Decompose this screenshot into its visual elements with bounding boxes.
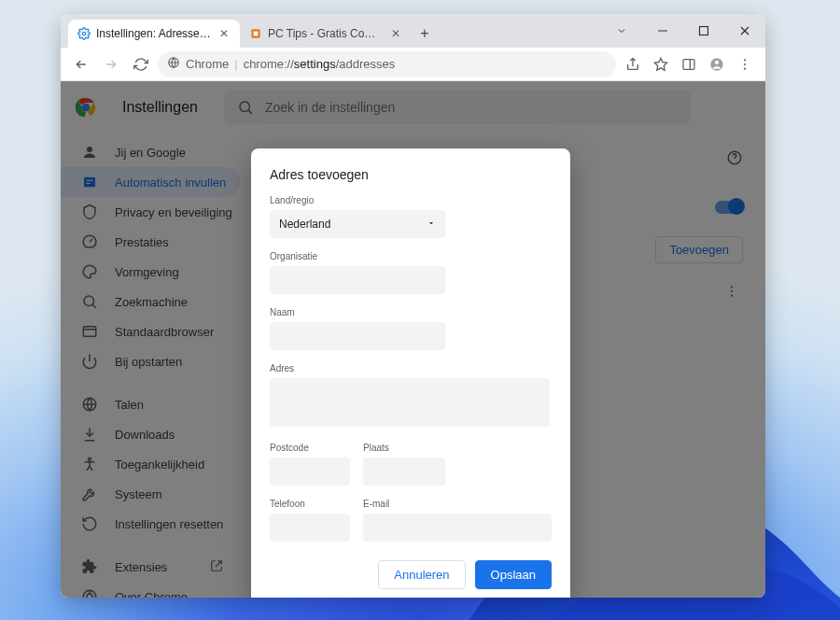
email-input[interactable] bbox=[363, 514, 552, 542]
city-input[interactable] bbox=[363, 458, 445, 486]
address-input[interactable] bbox=[270, 378, 550, 427]
dialog-title: Adres toevoegen bbox=[270, 167, 552, 182]
chrome-chip: Chrome bbox=[186, 57, 229, 71]
new-tab-button[interactable]: + bbox=[412, 20, 438, 48]
browser-window: Instellingen: Adressen en meer ✕ PC Tips… bbox=[61, 14, 765, 598]
tab-close-icon[interactable]: ✕ bbox=[389, 27, 402, 40]
tab-active[interactable]: Instellingen: Adressen en meer ✕ bbox=[68, 20, 240, 48]
svg-point-13 bbox=[744, 63, 746, 64]
nav-reload-icon[interactable] bbox=[128, 51, 154, 78]
chevron-down-icon bbox=[427, 218, 436, 231]
window-close-icon[interactable] bbox=[724, 14, 765, 48]
side-panel-icon[interactable] bbox=[676, 51, 702, 78]
label-country: Land/regio bbox=[270, 195, 552, 205]
label-city: Plaats bbox=[363, 443, 445, 453]
tab-title: PC Tips - Gratis Computer Tips, v bbox=[268, 27, 384, 40]
chrome-menu-icon[interactable] bbox=[732, 51, 758, 78]
svg-point-11 bbox=[715, 60, 719, 63]
label-address: Adres bbox=[270, 363, 552, 373]
country-value: Nederland bbox=[279, 218, 330, 231]
share-icon[interactable] bbox=[620, 51, 646, 78]
label-name: Naam bbox=[270, 307, 552, 317]
tab-close-icon[interactable]: ✕ bbox=[217, 27, 231, 40]
browser-toolbar: Chrome | chrome://settings/addresses bbox=[61, 48, 765, 81]
svg-point-0 bbox=[82, 32, 86, 35]
nav-back-icon[interactable] bbox=[68, 51, 94, 78]
label-email: E-mail bbox=[363, 499, 552, 509]
url-text: chrome://settings/addresses bbox=[244, 57, 396, 71]
site-info-icon[interactable] bbox=[167, 56, 180, 72]
save-button[interactable]: Opslaan bbox=[475, 560, 552, 589]
settings-favicon-icon bbox=[77, 27, 91, 40]
nav-forward-icon[interactable] bbox=[98, 51, 124, 78]
window-minimize-icon[interactable] bbox=[642, 14, 683, 48]
name-input[interactable] bbox=[270, 322, 445, 350]
svg-rect-8 bbox=[683, 59, 694, 69]
tab-inactive[interactable]: PC Tips - Gratis Computer Tips, v ✕ bbox=[240, 20, 412, 48]
label-organisation: Organisatie bbox=[270, 251, 552, 261]
omnibox[interactable]: Chrome | chrome://settings/addresses bbox=[158, 51, 616, 78]
window-maximize-icon[interactable] bbox=[683, 14, 724, 48]
svg-point-12 bbox=[744, 59, 746, 61]
svg-rect-2 bbox=[254, 32, 259, 36]
organisation-input[interactable] bbox=[270, 266, 445, 294]
label-phone: Telefoon bbox=[270, 499, 350, 509]
bookmark-icon[interactable] bbox=[648, 51, 674, 78]
title-bar: Instellingen: Adressen en meer ✕ PC Tips… bbox=[61, 14, 765, 48]
tab-title: Instellingen: Adressen en meer bbox=[96, 27, 212, 40]
cancel-button[interactable]: Annuleren bbox=[378, 560, 465, 589]
svg-rect-4 bbox=[700, 27, 708, 35]
add-address-dialog: Adres toevoegen Land/regio Nederland Org… bbox=[251, 148, 570, 598]
site-favicon-icon bbox=[249, 27, 262, 40]
svg-point-14 bbox=[744, 67, 746, 69]
phone-input[interactable] bbox=[270, 514, 350, 542]
window-dropdown-icon[interactable] bbox=[601, 14, 642, 48]
tab-strip: Instellingen: Adressen en meer ✕ PC Tips… bbox=[61, 14, 601, 48]
label-postcode: Postcode bbox=[270, 443, 350, 453]
postcode-input[interactable] bbox=[270, 458, 350, 486]
profile-icon[interactable] bbox=[704, 51, 730, 78]
country-select[interactable]: Nederland bbox=[270, 210, 445, 238]
window-controls bbox=[601, 14, 765, 48]
